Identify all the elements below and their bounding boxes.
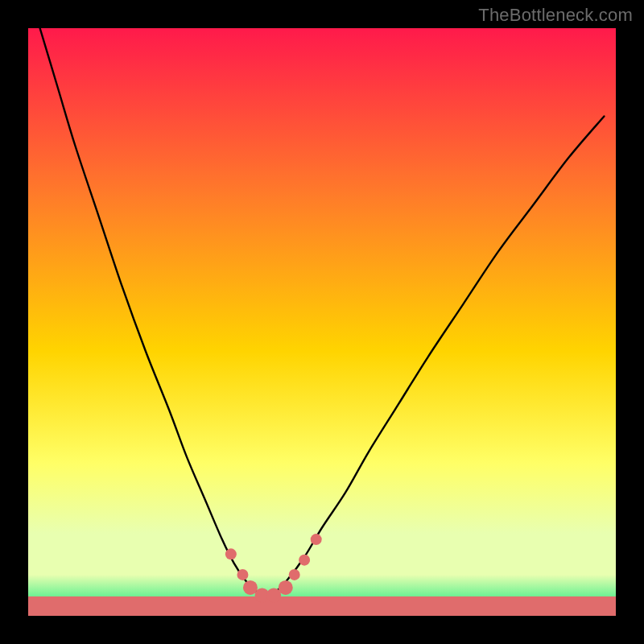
chart-svg	[28, 28, 616, 616]
highlight-marker	[279, 580, 293, 595]
highlight-marker	[299, 555, 310, 566]
highlight-marker	[225, 548, 237, 559]
highlight-marker	[289, 569, 300, 580]
plot-area	[28, 28, 616, 616]
highlight-marker	[311, 534, 322, 545]
watermark-text: TheBottleneck.com	[478, 5, 633, 26]
highlight-marker	[237, 569, 248, 580]
baseline-band	[28, 597, 616, 616]
chart-frame: TheBottleneck.com	[0, 0, 644, 644]
